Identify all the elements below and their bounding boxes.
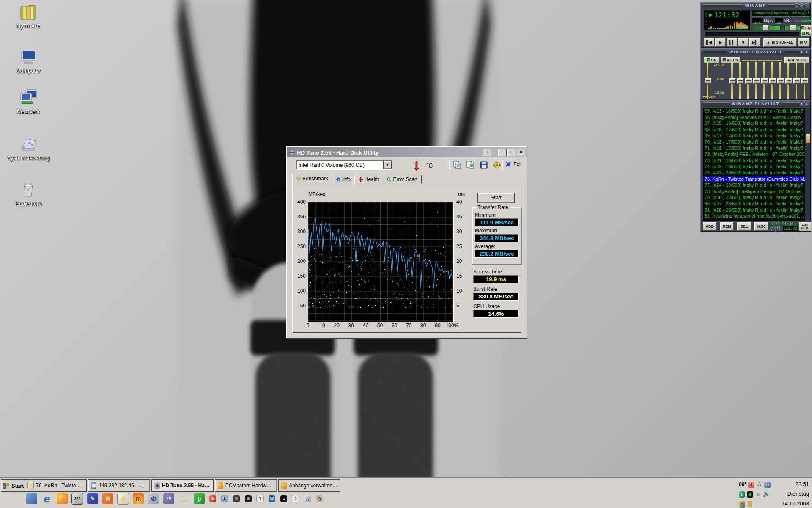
quicklaunch-media-player-classic[interactable]: 321 — [71, 492, 84, 505]
quicklaunch-green-t[interactable]: T — [255, 494, 265, 503]
playlist-sel-button[interactable]: SEL — [737, 222, 751, 231]
quicklaunch-red-gem[interactable]: ♦ — [208, 494, 217, 503]
minimize-button[interactable]: _ — [498, 149, 507, 156]
desktop-icon-systemsteuerung[interactable]: Systemsteuerung — [5, 135, 52, 161]
playlist-item[interactable]: 65. (#13 - 16/500) frisky R a d i o - fe… — [703, 108, 805, 114]
desktop-icon-nytmare[interactable]: NyTmArE — [5, 3, 52, 29]
shuffle-button[interactable]: SHUFFLE — [769, 38, 797, 47]
tab-health[interactable]: Health — [354, 175, 384, 184]
next-button[interactable]: ▶▌ — [749, 38, 760, 47]
clutterbar-i[interactable]: I — [705, 17, 708, 20]
close-button[interactable]: ✕ — [517, 149, 525, 156]
taskbar-button-winamp[interactable]: ⚡76. KoRn - Twisted Tran... — [25, 479, 87, 492]
quicklaunch-w-blue[interactable]: W — [267, 494, 277, 503]
taskbar-button-firefox[interactable]: ◌PCMasters Hardware For... — [215, 479, 277, 492]
quicklaunch-internet-explorer[interactable]: e — [41, 492, 53, 505]
playlist-close-button[interactable]: x — [805, 102, 809, 106]
playlist-add-button[interactable]: ADD — [703, 222, 717, 231]
eq-band-slider-3K[interactable] — [769, 62, 776, 99]
quicklaunch-counter-strike[interactable]: ♟ — [220, 494, 229, 503]
playlist-item[interactable]: 75. (#23 - 20/500) frisky R a d i o - fe… — [703, 170, 805, 176]
quicklaunch-winamp[interactable]: ⚡ — [117, 492, 129, 505]
tray-razer[interactable]: ❦ — [747, 490, 753, 498]
winamp-minimize-button[interactable]: _ — [795, 3, 799, 8]
tray-red-avatar[interactable]: ♟ — [748, 480, 754, 488]
tray-weather[interactable]: ☂ — [739, 500, 745, 508]
play-button[interactable]: ▶ — [715, 38, 726, 47]
playlist-item[interactable]: 80. (#27 - 23/500) frisky R a d i o - fe… — [703, 201, 805, 207]
chevron-down-icon[interactable]: ▼ — [383, 161, 392, 169]
balance-slider[interactable] — [784, 26, 800, 30]
playlist-mini-transport[interactable]: ◄ ► ▌▌ ■ ►▌ ▲ — [771, 226, 781, 231]
seek-bar[interactable] — [705, 32, 799, 36]
taskbar-button-hdtune[interactable]: ◉HD Tune 2.55 - Hard Dis... — [151, 479, 214, 492]
clutterbar-d[interactable]: D — [705, 20, 708, 23]
eq-band-slider-600[interactable] — [753, 62, 760, 99]
previous-button[interactable]: ▌◀ — [704, 38, 714, 47]
equalizer-titlebar[interactable]: WINAMP EQUALIZER ▾x — [701, 49, 810, 55]
tray-windows-update[interactable]: ⭯ — [764, 480, 771, 488]
volume-slider[interactable] — [752, 26, 781, 30]
playlist-titlebar[interactable]: WINAMP PLAYLIST ▾x — [701, 101, 810, 107]
playlist-misc-button[interactable]: MiSC — [754, 222, 768, 231]
start-button[interactable]: Start — [1, 479, 27, 492]
save-icon[interactable] — [479, 160, 488, 170]
taskbar-button-firefox[interactable]: ◌Anhänge verwalten - PC... — [278, 479, 340, 492]
clutterbar-v[interactable]: V — [705, 23, 708, 26]
eq-toggle-button[interactable]: EQ — [801, 25, 811, 30]
quicklaunch-teamspeak[interactable]: TS — [162, 492, 175, 505]
track-title-marquee[interactable]: Transistor (Dummies Club Mix)1f — [752, 10, 810, 17]
playlist-item[interactable]: 68. (#16 - 17/500) frisky R a d i o - fe… — [703, 127, 805, 133]
quicklaunch-loading[interactable]: ≡ — [279, 494, 288, 503]
playlist-rem-button[interactable]: REM — [720, 222, 734, 231]
desktop-icon-computer[interactable]: Computer — [5, 47, 52, 74]
playlist-item-selected[interactable]: 76. KoRn - Twisted Transistor (Dummies C… — [703, 176, 805, 182]
quicklaunch-xampp[interactable]: ℵ — [102, 492, 114, 505]
spectrum-visualizer[interactable] — [708, 21, 749, 29]
playlist-item[interactable]: 73. (#21 - 18/500) frisky R a d i o - fe… — [703, 157, 805, 164]
quicklaunch-molecule[interactable]: ∴ — [178, 492, 190, 505]
playlist-scrollbar[interactable] — [805, 108, 810, 220]
quicklaunch-image-editor[interactable]: ✎ — [86, 492, 99, 505]
eq-band-slider-6K[interactable] — [777, 62, 784, 99]
playlist-item[interactable]: 69. (#17 - 17/500) frisky R a d i o - fe… — [703, 133, 805, 139]
eq-band-slider-1K[interactable] — [761, 62, 768, 99]
desktop-icon-papierkorb[interactable]: Papierkorb — [5, 180, 52, 207]
quicklaunch-silver-emblem[interactable]: ⚝ — [303, 494, 312, 503]
hdtune-titlebar[interactable]: HD Tune 2.55 - Hard Disk Utility ↓ _ □ ✕ — [287, 147, 527, 157]
eq-band-slider-170[interactable] — [737, 62, 743, 99]
maximize-button[interactable]: □ — [508, 149, 516, 156]
clock-time[interactable]: 22:51 — [795, 479, 809, 489]
temperature-tray-badge[interactable]: 00° — [739, 481, 746, 487]
playlist-item[interactable]: 77. (#24 - 20/500) frisky R a d i o - fe… — [703, 182, 805, 188]
playlist-item[interactable]: 67. (#15 - 16/500) frisky R a d i o - fe… — [703, 120, 805, 127]
winamp-shade-button[interactable]: ▾ — [800, 3, 804, 8]
desktop-icon-netzwerk[interactable]: Netzwerk — [5, 88, 52, 115]
start-benchmark-button[interactable]: Start — [477, 193, 515, 203]
playlist-listopts-button[interactable]: LISTOPTS — [799, 222, 811, 231]
tray-volume[interactable]: 🔊 — [763, 490, 769, 498]
winamp-close-button[interactable]: x — [805, 3, 809, 8]
quicklaunch-remote-connection[interactable]: ✆ — [147, 492, 160, 505]
tray-stats-coins[interactable]: ▓ — [747, 500, 753, 508]
quicklaunch-red-2[interactable]: 2 — [291, 494, 300, 503]
winamp-main-titlebar[interactable]: WINAMP _▾x — [701, 3, 810, 8]
quicklaunch-firefox[interactable]: ◌ — [56, 492, 69, 505]
quicklaunch-show-desktop[interactable] — [25, 492, 38, 505]
equalizer-close-button[interactable]: x — [805, 50, 809, 55]
quicklaunch-quake[interactable]: Q — [315, 494, 324, 503]
stop-button[interactable]: ■ — [738, 38, 749, 47]
clutterbar-a[interactable]: A — [705, 14, 708, 17]
playlist-shade-button[interactable]: ▾ — [800, 102, 804, 106]
eq-band-slider-16K[interactable] — [801, 62, 808, 99]
eq-band-slider-12K[interactable] — [785, 62, 792, 99]
taskbar-button-remote-desktop[interactable]: ▣149.232.182.46 - Remo... — [88, 479, 150, 492]
playlist-item[interactable]: 71. (#19 - 17/500) frisky R a d i o - fe… — [703, 145, 805, 152]
tray-network-nodes[interactable]: ∴ — [756, 480, 763, 488]
scrollbar-thumb[interactable] — [806, 134, 811, 143]
tray-sync-arrows[interactable]: ↻ — [739, 490, 745, 498]
repeat-button[interactable]: ↺ — [798, 38, 809, 47]
drive-select[interactable]: Intel Raid 0 Volume (960 GB) ▼ — [296, 160, 392, 170]
clutterbar-o[interactable]: O — [705, 11, 708, 14]
exit-button[interactable]: Exit — [505, 161, 522, 167]
